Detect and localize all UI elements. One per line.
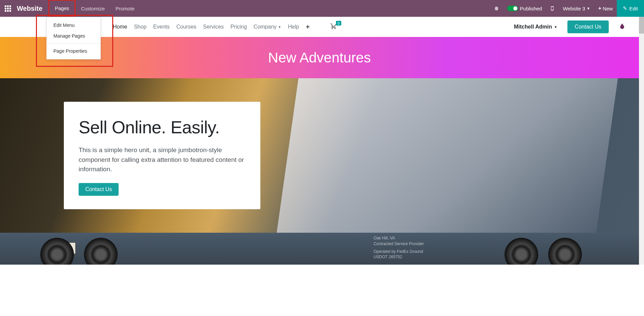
wheel-decoration bbox=[84, 238, 118, 265]
menu-pages[interactable]: Pages bbox=[48, 0, 76, 16]
cart-count-badge: 0 bbox=[336, 21, 341, 26]
toolbar-menu: Pages Customize Promote bbox=[48, 0, 140, 17]
dropdown-edit-menu[interactable]: Edit Menu bbox=[47, 20, 100, 31]
contact-us-button[interactable]: Contact Us bbox=[567, 20, 609, 33]
apps-menu-icon[interactable] bbox=[0, 0, 15, 17]
menu-customize[interactable]: Customize bbox=[76, 0, 110, 17]
nav-events[interactable]: Events bbox=[153, 24, 170, 30]
card-cta-button[interactable]: Contact Us bbox=[79, 183, 119, 196]
wheel-decoration bbox=[505, 238, 538, 265]
published-label: Published bbox=[520, 6, 542, 11]
dropdown-page-properties[interactable]: Page Properties bbox=[47, 46, 100, 56]
pencil-icon: ✎ bbox=[623, 5, 627, 11]
truck-side-text: Oak Hill, VA Contracted Service Provider… bbox=[374, 235, 424, 260]
card-body: This is a simple hero unit, a simple jum… bbox=[79, 145, 246, 174]
chevron-down-icon: ▼ bbox=[587, 6, 590, 10]
website-selector[interactable]: Website 3▼ bbox=[559, 0, 594, 17]
hero-title: New Adventures bbox=[268, 50, 371, 66]
app-name[interactable]: Website bbox=[15, 5, 48, 12]
plus-icon: + bbox=[598, 5, 601, 11]
nav-shop[interactable]: Shop bbox=[134, 24, 146, 30]
wheel-decoration bbox=[40, 238, 74, 265]
editor-toolbar: Website Pages Customize Promote Publishe… bbox=[0, 0, 644, 17]
vertical-scrollbar[interactable] bbox=[639, 17, 644, 265]
wheel-decoration bbox=[548, 238, 582, 265]
nav-home[interactable]: Home bbox=[113, 24, 127, 30]
add-page-icon[interactable]: + bbox=[306, 23, 310, 31]
toolbar-left: Website Pages Customize Promote bbox=[0, 0, 140, 17]
publish-toggle[interactable]: Published bbox=[503, 0, 546, 17]
scrollbar-thumb[interactable] bbox=[639, 17, 644, 34]
mobile-preview-icon[interactable] bbox=[546, 0, 559, 17]
pages-dropdown: Edit Menu Manage Pages Page Properties bbox=[46, 17, 101, 59]
new-button[interactable]: +New bbox=[594, 0, 617, 17]
dropdown-divider bbox=[47, 43, 100, 44]
edit-button[interactable]: ✎Edit bbox=[617, 0, 644, 17]
nav-company[interactable]: Company ▼ bbox=[254, 24, 281, 30]
dropdown-manage-pages[interactable]: Manage Pages bbox=[47, 31, 100, 41]
menu-promote[interactable]: Promote bbox=[110, 0, 140, 17]
jumbotron-card: Sell Online. Easily. This is a simple he… bbox=[64, 102, 260, 209]
nav-pricing[interactable]: Pricing bbox=[230, 24, 247, 30]
card-heading: Sell Online. Easily. bbox=[79, 117, 246, 137]
jumbotron-section: Sell Online. Easily. This is a simple he… bbox=[0, 78, 639, 233]
nav-courses[interactable]: Courses bbox=[176, 24, 197, 30]
cart-button[interactable]: 0 bbox=[330, 23, 337, 31]
site-nav-right: Mitchell Admin▼ Contact Us bbox=[514, 20, 626, 33]
user-dropdown[interactable]: Mitchell Admin▼ bbox=[514, 24, 557, 30]
toolbar-right: Published Website 3▼ +New ✎Edit bbox=[490, 0, 644, 17]
nav-help[interactable]: Help bbox=[288, 24, 299, 30]
chevron-down-icon: ▼ bbox=[278, 25, 281, 29]
chevron-down-icon: ▼ bbox=[554, 25, 557, 29]
theme-color-icon[interactable] bbox=[619, 22, 626, 32]
debug-icon[interactable] bbox=[490, 0, 503, 17]
nav-services[interactable]: Services bbox=[203, 24, 224, 30]
background-image-truck: VIRGINIA VSK-6473 Oak Hill, VA Contracte… bbox=[0, 233, 639, 265]
